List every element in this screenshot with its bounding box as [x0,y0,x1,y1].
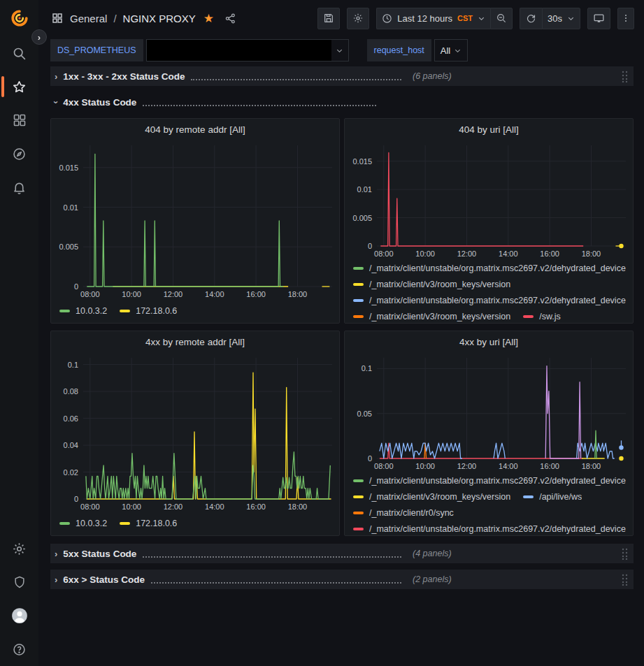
svg-text:08:00: 08:00 [80,290,100,298]
time-range-picker[interactable]: Last 12 hours CST [376,8,490,29]
legend-item[interactable]: /_matrix/client/unstable/org.matrix.msc2… [353,476,626,486]
breadcrumb-dashboard-title[interactable]: NGINX PROXY [123,13,196,24]
row-title: 4xx Status Code [63,97,136,108]
svg-text:14:00: 14:00 [499,249,518,258]
legend-item[interactable]: /_matrix/client/v3/room_keys/version [353,492,510,502]
panel-title[interactable]: 404 by remote addr [All] [51,119,339,140]
panel-title[interactable]: 404 by uri [All] [345,119,633,140]
row-dotted-leader [143,99,376,106]
dashboard-row-4xx-status-code[interactable]: ›4xx Status Code [50,92,634,112]
row-panel-count: (6 panels) [413,71,452,81]
legend-item[interactable]: /_matrix/client/v3/room_keys/version [353,280,510,289]
dashboard-content: ›1xx - 3xx - 2xx Status Code(6 panels)›4… [38,64,644,589]
panel-legend: /_matrix/client/unstable/org.matrix.msc2… [345,260,633,323]
legend-item[interactable]: 10.0.3.2 [59,306,107,316]
legend-series-label: 10.0.3.2 [76,306,107,316]
svg-text:18:00: 18:00 [288,290,308,298]
legend-item[interactable]: /_matrix/client/unstable/org.matrix.msc2… [353,524,626,534]
row-drag-handle-icon[interactable] [621,71,628,82]
sidebar-expand-button[interactable]: › [31,29,47,45]
svg-text:08:00: 08:00 [374,249,394,258]
legend-series-label: /sw.js [539,312,561,321]
legend-series-swatch [523,495,534,498]
grafana-logo[interactable] [0,0,38,36]
variable-label-request-host[interactable]: request_host [367,39,431,61]
sidebar-item-starred[interactable] [0,70,38,103]
sidebar-item-server-admin[interactable] [0,565,38,599]
svg-text:14:00: 14:00 [205,290,224,298]
chart-plot[interactable]: 00.020.040.060.080.108:0010:0012:0014:00… [51,352,339,513]
legend-item[interactable]: 10.0.3.2 [59,519,107,528]
variable-label-ds-prometheus[interactable]: DS_PROMETHEUS [50,39,143,61]
legend-item[interactable]: 172.18.0.6 [120,519,177,528]
sidebar-item-configuration[interactable] [0,532,38,565]
legend-series-swatch [59,522,70,525]
legend-series-label: /_matrix/client/unstable/org.matrix.msc2… [369,476,626,486]
legend-series-label: /_matrix/client/unstable/org.matrix.msc2… [369,296,626,305]
sidebar-item-dashboards[interactable] [0,103,38,137]
legend-series-swatch [353,283,364,286]
legend-series-label: /_matrix/client/v3/room_keys/version [369,312,510,321]
dashboard-row-6xx-status-code[interactable]: ›6xx > Status Code(2 panels) [50,570,634,589]
panel-title[interactable]: 4xx by uri [All] [345,331,633,352]
legend-item[interactable]: 172.18.0.6 [120,306,177,316]
refresh-button[interactable] [520,8,542,29]
sidebar-item-help[interactable] [0,632,38,666]
gear-icon [12,542,27,556]
legend-item[interactable]: /api/live/ws [523,492,582,502]
svg-text:0.015: 0.015 [59,164,78,172]
panel-4xx-by-remote-addr-all: 4xx by remote addr [All]00.020.040.060.0… [50,331,340,536]
svg-text:0: 0 [368,454,372,463]
svg-text:0.005: 0.005 [352,214,372,222]
breadcrumb-folder[interactable]: General [70,13,107,24]
dashboard-row-5xx-status-code[interactable]: ›5xx Status Code(4 panels) [50,544,634,563]
legend-row: /_matrix/client/unstable/org.matrix.msc2… [353,292,627,308]
chart-plot[interactable]: 00.050.108:0010:0012:0014:0016:0018:00 [345,352,633,472]
refresh-interval-label: 30s [548,13,562,24]
svg-text:0: 0 [74,495,78,503]
legend-item[interactable]: /_matrix/client/unstable/org.matrix.msc2… [353,296,626,305]
legend-item[interactable]: /sw.js [523,312,561,321]
dashboard-row-1xx-3xx-2xx-status-code[interactable]: ›1xx - 3xx - 2xx Status Code(6 panels) [50,66,634,86]
panel-title[interactable]: 4xx by remote addr [All] [51,331,339,352]
avatar [10,607,29,625]
legend-series-label: /_matrix/client/unstable/org.matrix.msc2… [369,524,626,534]
variable-value-ds-prometheus[interactable] [146,39,349,61]
svg-text:0.015: 0.015 [352,157,372,166]
clock-icon [382,13,392,24]
row-drag-handle-icon[interactable] [621,574,628,586]
sidebar-item-alerting[interactable] [0,171,38,204]
more-options-button[interactable] [617,8,634,29]
svg-text:0.01: 0.01 [357,185,372,194]
refresh-controls: 30s [520,8,580,29]
legend-row: /_matrix/client/v3/room_keys/version/api… [353,488,627,505]
legend-row: /_matrix/client/unstable/org.matrix.msc2… [353,521,627,535]
panel-legend: 10.0.3.2172.18.0.6 [51,513,339,535]
sidebar-item-explore[interactable] [0,137,38,171]
request-host-value: All [441,45,450,56]
kebab-menu-icon [621,13,631,24]
row-dotted-leader [143,550,401,558]
share-icon[interactable] [224,13,236,24]
chart-plot[interactable]: 00.0050.010.01508:0010:0012:0014:0016:00… [345,140,633,260]
svg-text:12:00: 12:00 [457,462,477,470]
favorite-star-icon[interactable]: ★ [203,11,214,26]
chart-plot[interactable]: 00.0050.010.01508:0010:0012:0014:0016:00… [51,140,339,301]
zoom-out-button[interactable] [490,8,513,29]
save-dashboard-button[interactable] [317,8,340,29]
variable-value-request-host[interactable]: All [434,39,468,61]
svg-text:12:00: 12:00 [457,249,477,258]
legend-item[interactable]: /_matrix/client/r0/sync [353,508,454,518]
panel-legend: 10.0.3.2172.18.0.6 [51,301,339,323]
row-drag-handle-icon[interactable] [621,548,628,560]
legend-series-swatch [353,299,364,302]
sidebar-item-profile[interactable] [0,599,38,632]
legend-item[interactable]: /_matrix/client/v3/room_keys/version [353,312,510,321]
refresh-interval-picker[interactable]: 30s [542,8,580,29]
dashboard-settings-button[interactable] [347,8,369,29]
svg-text:16:00: 16:00 [246,502,266,511]
legend-item[interactable]: /_matrix/client/unstable/org.matrix.msc2… [353,263,626,273]
cycle-view-mode-button[interactable] [587,8,610,29]
row-panel-count: (4 panels) [413,549,452,558]
header-actions: Last 12 hours CST [317,8,634,29]
